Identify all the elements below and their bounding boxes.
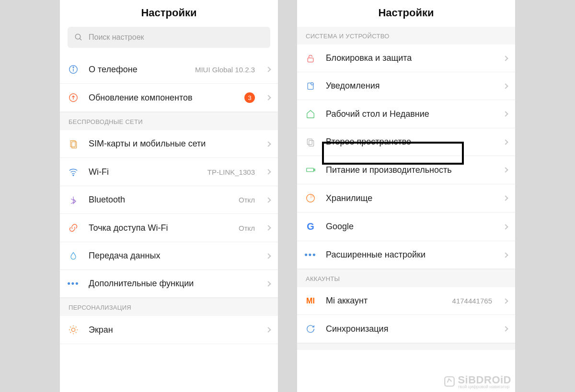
chevron-right-icon <box>265 169 271 174</box>
svg-rect-14 <box>309 140 314 146</box>
row-storage[interactable]: Хранилище <box>297 184 515 213</box>
chevron-right-icon <box>503 83 508 89</box>
second-space-label: Второе пространство <box>326 137 495 147</box>
bluetooth-icon <box>67 195 80 205</box>
row-second-space[interactable]: Второе пространство <box>297 128 515 156</box>
row-advanced[interactable]: ••• Расширенные настройки <box>297 241 515 269</box>
row-screen[interactable]: Экран <box>60 316 278 344</box>
mi-label: Mi аккаунт <box>326 296 444 306</box>
row-lock[interactable]: Блокировка и защита <box>297 45 515 72</box>
update-badge: 3 <box>244 92 255 103</box>
google-label: Google <box>326 222 495 232</box>
row-notifications[interactable]: Уведомления <box>297 72 515 100</box>
update-label: Обновление компонентов <box>89 93 236 103</box>
chevron-right-icon <box>265 95 271 100</box>
screen-label: Экран <box>89 325 258 335</box>
row-hotspot[interactable]: Точка доступа Wi-Fi Откл <box>60 214 278 242</box>
svg-rect-13 <box>307 139 312 145</box>
row-sim[interactable]: SIM-карты и мобильные сети <box>60 130 278 158</box>
svg-point-12 <box>311 82 313 85</box>
about-label: О телефоне <box>89 65 186 75</box>
home-icon <box>304 109 317 119</box>
chevron-right-icon <box>265 281 271 286</box>
chevron-right-icon <box>503 195 508 201</box>
section-wireless: БЕСПРОВОДНЫЕ СЕТИ <box>60 112 278 130</box>
search-placeholder: Поиск настроек <box>89 33 144 42</box>
bluetooth-label: Bluetooth <box>89 195 230 205</box>
row-about-phone[interactable]: О телефоне MIUI Global 10.2.3 <box>60 56 278 84</box>
lock-icon <box>304 54 317 63</box>
dots-icon: ••• <box>67 279 80 289</box>
svg-point-0 <box>75 34 80 39</box>
hotspot-value: Откл <box>239 224 255 232</box>
data-label: Передача данных <box>89 251 258 261</box>
row-mi-account[interactable]: MI Mi аккаунт 4174441765 <box>297 287 515 315</box>
storage-label: Хранилище <box>326 193 495 203</box>
info-icon <box>67 64 80 75</box>
screenshot-left: Настройки Поиск настроек О телефоне MIUI… <box>60 0 278 392</box>
screenshot-right: Настройки СИСТЕМА И УСТРОЙСТВО Блокировк… <box>297 0 515 392</box>
row-more-functions[interactable]: ••• Дополнительные функции <box>60 270 278 298</box>
chevron-right-icon <box>265 253 271 258</box>
lock-label: Блокировка и защита <box>326 53 495 63</box>
google-icon: G <box>304 221 317 232</box>
drop-icon <box>67 251 80 261</box>
svg-point-9 <box>71 328 75 331</box>
wifi-label: Wi-Fi <box>89 167 199 177</box>
chevron-right-icon <box>503 139 508 145</box>
sync-label: Синхронизация <box>326 324 495 334</box>
wifi-icon <box>67 167 80 177</box>
row-google[interactable]: G Google <box>297 213 515 241</box>
about-value: MIUI Global 10.2.3 <box>195 66 255 74</box>
upload-icon <box>67 92 80 103</box>
row-home[interactable]: Рабочий стол и Недавние <box>297 100 515 128</box>
hotspot-label: Точка доступа Wi-Fi <box>89 223 230 233</box>
mi-value: 4174441765 <box>452 297 492 305</box>
watermark: SiBDROiD твой цифровой навигатор <box>443 374 511 389</box>
notification-icon <box>304 81 317 91</box>
svg-rect-10 <box>308 58 313 62</box>
chevron-right-icon <box>503 111 508 116</box>
sync-icon <box>304 324 317 334</box>
sun-icon <box>67 325 80 335</box>
chevron-right-icon <box>265 225 271 230</box>
storage-icon <box>304 193 317 203</box>
mi-icon: MI <box>304 297 317 305</box>
bluetooth-value: Откл <box>239 196 255 204</box>
row-wifi[interactable]: Wi-Fi TP-LINK_1303 <box>60 158 278 186</box>
wifi-value: TP-LINK_1303 <box>207 168 255 176</box>
chevron-right-icon <box>265 141 271 146</box>
chevron-right-icon <box>265 67 271 72</box>
chevron-right-icon <box>503 252 508 258</box>
row-battery[interactable]: Питание и производительность <box>297 156 515 184</box>
svg-rect-16 <box>314 169 315 171</box>
svg-point-4 <box>73 67 74 68</box>
section-system: СИСТЕМА И УСТРОЙСТВО <box>297 27 515 45</box>
chevron-right-icon <box>503 326 508 331</box>
chevron-right-icon <box>503 298 508 303</box>
svg-rect-18 <box>445 377 455 386</box>
chevron-right-icon <box>265 327 271 332</box>
row-data[interactable]: Передача данных <box>60 242 278 270</box>
chevron-right-icon <box>503 56 508 61</box>
page-title: Настройки <box>60 0 278 27</box>
svg-line-1 <box>80 38 81 40</box>
dots-icon: ••• <box>304 250 317 260</box>
battery-icon <box>304 165 317 175</box>
svg-rect-15 <box>307 168 314 171</box>
page-title: Настройки <box>297 0 515 27</box>
sim-label: SIM-карты и мобильные сети <box>89 139 258 149</box>
search-input[interactable]: Поиск настроек <box>68 27 270 48</box>
row-bluetooth[interactable]: Bluetooth Откл <box>60 186 278 214</box>
chevron-right-icon <box>503 167 508 172</box>
row-update-components[interactable]: Обновление компонентов 3 <box>60 84 278 112</box>
chevron-right-icon <box>503 224 508 229</box>
chevron-right-icon <box>265 197 271 202</box>
row-sync[interactable]: Синхронизация <box>297 315 515 343</box>
search-icon <box>74 33 83 42</box>
advanced-label: Расширенные настройки <box>326 250 495 260</box>
watermark-sub: твой цифровой навигатор <box>458 384 511 389</box>
gap <box>297 343 515 350</box>
section-accounts: АККАУНТЫ <box>297 269 515 287</box>
battery-label: Питание и производительность <box>326 165 495 175</box>
